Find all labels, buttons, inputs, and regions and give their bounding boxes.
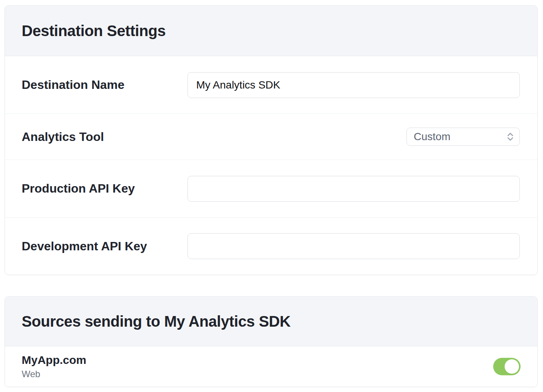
toggle-knob [505, 359, 519, 374]
source-enabled-toggle[interactable] [493, 358, 521, 375]
sources-card: Sources sending to My Analytics SDK MyAp… [5, 296, 538, 387]
analytics-tool-selected-value: Custom [414, 131, 450, 143]
destination-name-label: Destination Name [22, 78, 187, 92]
development-api-key-label: Development API Key [22, 239, 187, 253]
source-type: Web [22, 369, 86, 379]
source-name: MyApp.com [22, 354, 86, 367]
development-api-key-control [187, 233, 520, 259]
form-row-destination-name: Destination Name [5, 56, 537, 114]
analytics-tool-select[interactable]: Custom [406, 128, 520, 146]
analytics-tool-control: Custom [187, 128, 520, 146]
destination-settings-card: Destination Settings Destination Name An… [5, 5, 538, 275]
form-row-analytics-tool: Analytics Tool Custom [5, 114, 537, 160]
production-api-key-label: Production API Key [22, 182, 187, 196]
destination-name-input[interactable] [187, 72, 520, 98]
development-api-key-input[interactable] [187, 233, 520, 259]
sources-header: Sources sending to My Analytics SDK [5, 297, 537, 346]
production-api-key-input[interactable] [187, 176, 520, 202]
sources-title: Sources sending to My Analytics SDK [22, 313, 291, 330]
destination-settings-title: Destination Settings [22, 22, 166, 40]
form-row-production-api-key: Production API Key [5, 160, 537, 218]
analytics-tool-label: Analytics Tool [22, 130, 187, 144]
production-api-key-control [187, 176, 520, 202]
destination-settings-header: Destination Settings [5, 6, 537, 56]
destination-name-control [187, 72, 520, 98]
chevron-up-down-icon [506, 131, 514, 142]
form-row-development-api-key: Development API Key [5, 218, 537, 275]
source-row-myapp: MyApp.com Web [5, 346, 537, 387]
source-info: MyApp.com Web [22, 354, 86, 379]
